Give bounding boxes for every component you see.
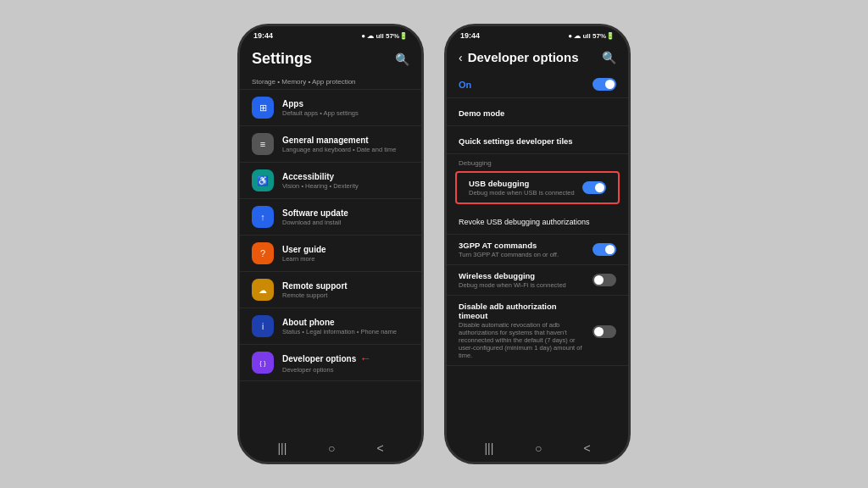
time-settings: 19:44 xyxy=(253,31,273,40)
home-button[interactable]: ○ xyxy=(328,441,335,455)
dev-item-wireless[interactable]: Wireless debugging Debug mode when Wi-Fi… xyxy=(447,265,628,296)
about-title: About phone xyxy=(282,318,397,327)
adb-auth-title: Disable adb authorization timeout xyxy=(459,302,586,320)
debugging-section-label: Debugging xyxy=(447,154,628,169)
usb-highlight-row: USB debugging Debug mode when USB is con… xyxy=(469,179,606,197)
3gpp-subtitle: Turn 3GPP AT commands on or off. xyxy=(459,251,559,258)
3gpp-toggle-thumb xyxy=(605,245,615,254)
about-subtitle: Status • Legal information • Phone name xyxy=(282,328,397,336)
debugging-label-text: Debugging xyxy=(459,159,492,167)
software-icon: ↑ xyxy=(252,206,274,228)
software-text: Software update Download and install xyxy=(282,208,348,226)
accessibility-icon: ♿ xyxy=(252,169,274,191)
settings-item-general[interactable]: ≡ General management Language and keyboa… xyxy=(240,126,421,163)
remote-title: Remote support xyxy=(282,281,348,291)
apps-icon: ⊞ xyxy=(252,97,274,119)
red-arrow-icon: ← xyxy=(359,352,371,365)
wireless-text: Wireless debugging Debug mode when Wi-Fi… xyxy=(459,271,566,289)
developer-title: Developer options xyxy=(468,50,579,64)
apps-subtitle: Default apps • App settings xyxy=(282,109,359,117)
remote-text: Remote support Remote support xyxy=(282,281,348,299)
developer-content: On Demo mode Quick settings developer ti… xyxy=(447,71,628,435)
adb-auth-text: Disable adb authorization timeout Disabl… xyxy=(459,302,593,359)
wireless-toggle[interactable] xyxy=(593,274,616,286)
back-button[interactable]: < xyxy=(376,441,383,455)
general-text: General management Language and keyboard… xyxy=(282,136,396,153)
developer-label-row: Developer options ← xyxy=(282,352,371,365)
on-toggle[interactable] xyxy=(593,78,616,91)
settings-item-guide[interactable]: ? User guide Learn more xyxy=(240,236,421,272)
about-icon: i xyxy=(252,315,274,337)
revoke-usb-title: Revoke USB debugging authorizations xyxy=(459,218,590,226)
status-icons-settings: ● ☁ ull 57%🔋 xyxy=(361,32,408,40)
wireless-title: Wireless debugging xyxy=(459,271,566,280)
developer-text: Developer options ← Developer options xyxy=(282,352,371,374)
3gpp-text: 3GPP AT commands Turn 3GPP AT commands o… xyxy=(459,241,559,258)
demo-mode-title: Demo mode xyxy=(459,108,504,118)
apps-title: Apps xyxy=(282,99,359,108)
accessibility-text: Accessibility Vision • Hearing • Dexteri… xyxy=(282,172,359,190)
usb-debug-wrapper: USB debugging Debug mode when USB is con… xyxy=(447,169,628,207)
developer-title: Developer options xyxy=(282,354,356,363)
settings-item-about[interactable]: i About phone Status • Legal information… xyxy=(240,308,421,345)
usb-toggle-thumb xyxy=(595,183,604,192)
dev-item-demo-mode[interactable]: Demo mode xyxy=(447,98,628,126)
accessibility-subtitle: Vision • Hearing • Dexterity xyxy=(282,182,359,190)
developer-subtitle: Developer options xyxy=(282,366,371,374)
settings-item-remote[interactable]: ☁ Remote support Remote support xyxy=(240,272,421,308)
dev-item-3gpp[interactable]: 3GPP AT commands Turn 3GPP AT commands o… xyxy=(447,235,628,265)
general-title: General management xyxy=(282,136,396,145)
guide-icon: ? xyxy=(252,242,274,264)
wireless-row: Wireless debugging Debug mode when Wi-Fi… xyxy=(459,271,616,289)
storage-bar: Storage • Memory • App protection xyxy=(240,75,421,90)
settings-search-icon[interactable]: 🔍 xyxy=(395,53,409,66)
developer-screen: ‹ Developer options 🔍 On Demo mode Quick… xyxy=(447,42,628,435)
recent-apps-button[interactable]: ||| xyxy=(277,441,287,455)
adb-auth-toggle[interactable] xyxy=(593,325,616,338)
dev-back-icon[interactable]: ‹ xyxy=(459,51,463,64)
settings-item-software[interactable]: ↑ Software update Download and install xyxy=(240,199,421,236)
wireless-toggle-thumb xyxy=(594,275,604,285)
3gpp-title: 3GPP AT commands xyxy=(459,241,559,250)
battery-icon: ● ☁ ull 57%🔋 xyxy=(361,32,408,40)
settings-item-developer[interactable]: { } Developer options ← Developer option… xyxy=(240,345,421,381)
status-icons-dev: ● ☁ ull 57%🔋 xyxy=(568,32,615,40)
adb-auth-subtitle: Disable automatic revocation of adb auth… xyxy=(459,321,586,359)
settings-item-accessibility[interactable]: ♿ Accessibility Vision • Hearing • Dexte… xyxy=(240,163,421,199)
settings-list: Storage • Memory • App protection ⊞ Apps… xyxy=(240,75,421,435)
general-subtitle: Language and keyboard • Date and time xyxy=(282,146,396,153)
revoke-usb-item[interactable]: Revoke USB debugging authorizations xyxy=(447,207,628,235)
developer-bottom-nav: ||| ○ < xyxy=(447,435,628,462)
accessibility-title: Accessibility xyxy=(282,172,359,181)
about-text: About phone Status • Legal information •… xyxy=(282,318,397,336)
settings-phone: 19:44 ● ☁ ull 57%🔋 Settings 🔍 Storage • … xyxy=(237,24,424,464)
on-label: On xyxy=(459,80,471,90)
dev-recent-apps-button[interactable]: ||| xyxy=(484,441,493,455)
general-icon: ≡ xyxy=(252,133,274,155)
3gpp-toggle[interactable] xyxy=(593,243,616,256)
software-subtitle: Download and install xyxy=(282,219,348,226)
settings-item-apps[interactable]: ⊞ Apps Default apps • App settings xyxy=(240,90,421,126)
dev-search-icon[interactable]: 🔍 xyxy=(602,51,616,64)
guide-text: User guide Learn more xyxy=(282,245,326,263)
developer-header-left: ‹ Developer options xyxy=(459,50,579,64)
settings-header: Settings 🔍 xyxy=(240,42,421,75)
apps-text: Apps Default apps • App settings xyxy=(282,99,359,117)
usb-text: USB debugging Debug mode when USB is con… xyxy=(469,179,575,197)
dev-item-quick-settings[interactable]: Quick settings developer tiles xyxy=(447,126,628,154)
software-title: Software update xyxy=(282,208,348,218)
usb-debugging-item[interactable]: USB debugging Debug mode when USB is con… xyxy=(455,171,620,204)
battery-icon-dev: ● ☁ ull 57%🔋 xyxy=(568,32,615,40)
guide-title: User guide xyxy=(282,245,326,254)
usb-toggle[interactable] xyxy=(582,181,606,194)
usb-subtitle: Debug mode when USB is connected xyxy=(469,189,575,197)
3gpp-row: 3GPP AT commands Turn 3GPP AT commands o… xyxy=(459,241,616,258)
guide-subtitle: Learn more xyxy=(282,255,326,263)
toggle-thumb xyxy=(605,80,615,89)
settings-title: Settings xyxy=(252,50,312,68)
dev-item-adb-auth[interactable]: Disable adb authorization timeout Disabl… xyxy=(447,296,628,366)
developer-icon: { } xyxy=(252,352,274,374)
status-bar-dev: 19:44 ● ☁ ull 57%🔋 xyxy=(447,26,628,42)
dev-back-button[interactable]: < xyxy=(583,441,590,455)
dev-home-button[interactable]: ○ xyxy=(535,441,542,455)
